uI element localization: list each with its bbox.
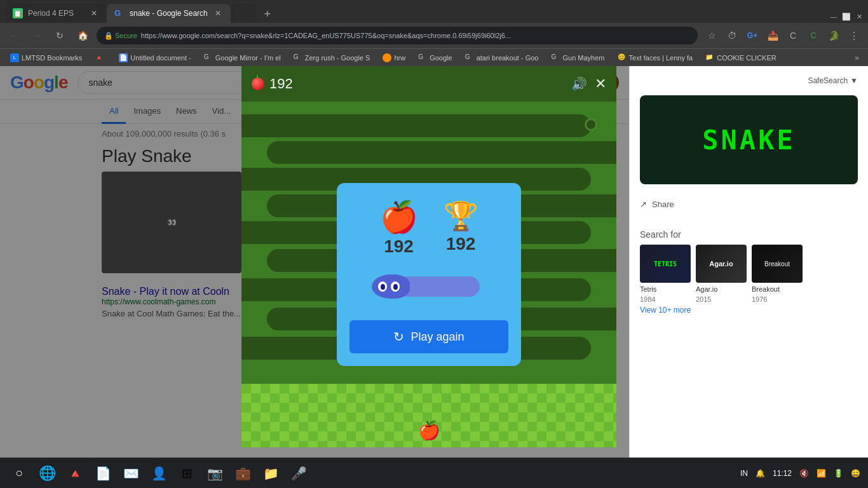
tab-videos-label: Vid... xyxy=(212,106,231,116)
close-game-button[interactable]: ✕ xyxy=(595,77,606,91)
game-board[interactable]: 🍎 🍎 192 🏆 19 xyxy=(241,102,616,447)
right-panel-header: SafeSearch ▼ xyxy=(640,76,858,85)
game-card-tetris[interactable]: TETRIS Tetris 1984 xyxy=(640,245,691,303)
bookmark-textfaces[interactable]: 😊 Text faces | Lenny fa xyxy=(613,51,698,65)
score-item-current: 🍎 192 xyxy=(380,202,418,257)
agario-year: 2015 xyxy=(696,295,747,303)
related-games: Search for TETRIS Tetris 1984 Agar.io Ag… xyxy=(640,229,858,315)
tab-close-snake[interactable]: ✕ xyxy=(213,8,223,18)
game-card-agario[interactable]: Agar.io Agar.io 2015 xyxy=(696,245,747,303)
bookmark-star-icon[interactable]: ☆ xyxy=(703,27,721,44)
tetris-year: 1984 xyxy=(640,295,691,303)
bookmark-cookieclicker[interactable]: 📁 COOKIE CLICKER xyxy=(700,51,782,65)
bookmark-atari[interactable]: G atari breakout - Goo xyxy=(460,51,544,65)
back-button[interactable]: ← xyxy=(5,27,23,44)
restore-button[interactable]: ⬜ xyxy=(843,13,850,20)
sound-button[interactable]: 🔊 xyxy=(571,76,587,92)
tab-news[interactable]: News xyxy=(168,100,205,124)
bookmark-label-hrw: hrw xyxy=(394,54,405,62)
tab-all[interactable]: All xyxy=(102,100,126,124)
menu-button[interactable]: ⋮ xyxy=(845,27,863,44)
new-tab-button[interactable]: + xyxy=(259,5,276,23)
browser-frame: 📋 Period 4 EPS ✕ G snake - Google Search… xyxy=(0,0,868,488)
volume-icon[interactable]: 🔇 xyxy=(799,469,809,478)
game-over-dialog: 🍎 192 🏆 192 xyxy=(337,183,521,366)
bookmark-favicon-google: G xyxy=(418,53,427,62)
bookmark-hrw[interactable]: hrw xyxy=(377,51,410,65)
bookmark-google[interactable]: G Google xyxy=(413,51,457,65)
forward-button[interactable]: → xyxy=(28,27,46,44)
floor-apple: 🍎 xyxy=(418,420,440,441)
battery-icon[interactable]: 🔋 xyxy=(834,469,843,478)
tab-empty[interactable] xyxy=(231,4,256,23)
system-tray: IN 🔔 11:12 🔇 📶 🔋 😄 xyxy=(740,469,860,478)
bookmark-gunmayhem[interactable]: G Gun Mayhem xyxy=(546,51,609,65)
share-button[interactable]: ↗ Share xyxy=(640,194,858,214)
notification-icon[interactable]: 🔔 xyxy=(756,469,765,478)
reload-button[interactable]: ↻ xyxy=(51,27,69,44)
search-result-link[interactable]: Snake - Play it now at Cooln xyxy=(102,286,229,297)
extension-icon5[interactable]: 🐊 xyxy=(825,27,843,44)
taskbar-drive[interactable]: 🔺 xyxy=(64,462,86,485)
toolbar-icons: ☆ ⏱ G+ 📥 C C 🐊 ⋮ xyxy=(703,27,863,44)
extension-icon1[interactable]: G+ xyxy=(743,27,761,44)
bookmark-label-untitled: Untitled document - xyxy=(130,54,191,62)
close-window-button[interactable]: ✕ xyxy=(855,13,863,20)
taskbar-gmail[interactable]: ✉️ xyxy=(119,462,142,485)
tab-videos[interactable]: Vid... xyxy=(205,100,238,124)
tab-all-label: All xyxy=(109,106,118,116)
minimize-button[interactable]: — xyxy=(830,13,837,20)
google-page: Google snake ⊞ All Images N xyxy=(0,66,629,458)
tab-favicon-period4: 📋 xyxy=(13,8,23,18)
extension-icon3[interactable]: C xyxy=(784,27,802,44)
right-pupil xyxy=(393,284,398,290)
bookmark-drive[interactable]: 🔺 xyxy=(90,51,111,65)
bookmark-lmtsd[interactable]: L LMTSD Bookmarks xyxy=(5,51,87,65)
taskbar-camera[interactable]: 📷 xyxy=(203,462,226,485)
view-more-link[interactable]: View 10+ more xyxy=(640,306,858,315)
taskbar-docs[interactable]: 📄 xyxy=(92,462,114,485)
window-controls: — ⬜ ✕ xyxy=(830,13,863,23)
taskbar-folder[interactable]: 📁 xyxy=(259,462,282,485)
apple-emoji: 🍎 xyxy=(380,202,418,233)
score-apple-icon xyxy=(252,78,264,90)
bookmark-favicon-textfaces: 😊 xyxy=(618,53,627,62)
taskbar-files[interactable]: 💼 xyxy=(231,462,254,485)
snake-character xyxy=(372,272,486,304)
score-number: 192 xyxy=(269,76,293,92)
tab-favicon-snake: G xyxy=(114,8,125,18)
history-icon[interactable]: ⏱ xyxy=(723,27,741,44)
extension-icon4[interactable]: C xyxy=(804,27,822,44)
snake-text-logo: SNAKE xyxy=(702,125,795,156)
wifi-icon[interactable]: 📶 xyxy=(817,469,826,478)
safe-search-button[interactable]: SafeSearch ▼ xyxy=(808,76,858,85)
taskbar-chrome[interactable]: 🌐 xyxy=(36,462,58,485)
tab-images[interactable]: Images xyxy=(126,100,168,124)
agario-thumbnail: Agar.io xyxy=(696,245,747,283)
taskbar-people[interactable]: 👤 xyxy=(147,462,170,485)
bookmarks-overflow[interactable]: » xyxy=(851,53,863,62)
home-button[interactable]: 🏠 xyxy=(74,27,92,44)
bookmark-mirror[interactable]: G Google Mirror - I'm el xyxy=(199,51,286,65)
taskbar: ○ 🌐 🔺 📄 ✉️ 👤 ⊞ 📷 💼 📁 🎤 xyxy=(0,458,868,488)
bookmark-favicon-lmtsd: L xyxy=(10,53,19,62)
left-pupil xyxy=(381,284,385,290)
bookmark-label-google: Google xyxy=(430,54,452,62)
snake-head xyxy=(372,274,410,299)
taskbar-launcher[interactable]: ○ xyxy=(8,462,31,485)
address-input[interactable]: 🔒 Secure https://www.google.com/search?q… xyxy=(97,27,698,44)
bookmark-untitled[interactable]: 📄 Untitled document - xyxy=(114,51,196,65)
bookmark-favicon-atari: G xyxy=(465,53,474,62)
logo-g2: g xyxy=(44,72,54,92)
tab-close-period4eps[interactable]: ✕ xyxy=(89,8,99,18)
related-title: Search for xyxy=(640,229,858,240)
bookmark-zergrush[interactable]: G Zerg rush - Google S xyxy=(288,51,376,65)
extension-icon2[interactable]: 📥 xyxy=(764,27,782,44)
tab-snake-search[interactable]: G snake - Google Search ✕ xyxy=(107,4,231,23)
game-card-breakout[interactable]: Breakout Breakout 1976 xyxy=(752,245,803,303)
play-again-button[interactable]: ↻ Play again xyxy=(349,320,508,353)
taskbar-qr[interactable]: ⊞ xyxy=(175,462,198,485)
taskbar-mic[interactable]: 🎤 xyxy=(287,462,310,485)
snake-preview-image[interactable]: 👀 xyxy=(102,172,241,273)
tab-period4eps[interactable]: 📋 Period 4 EPS ✕ xyxy=(5,4,107,23)
